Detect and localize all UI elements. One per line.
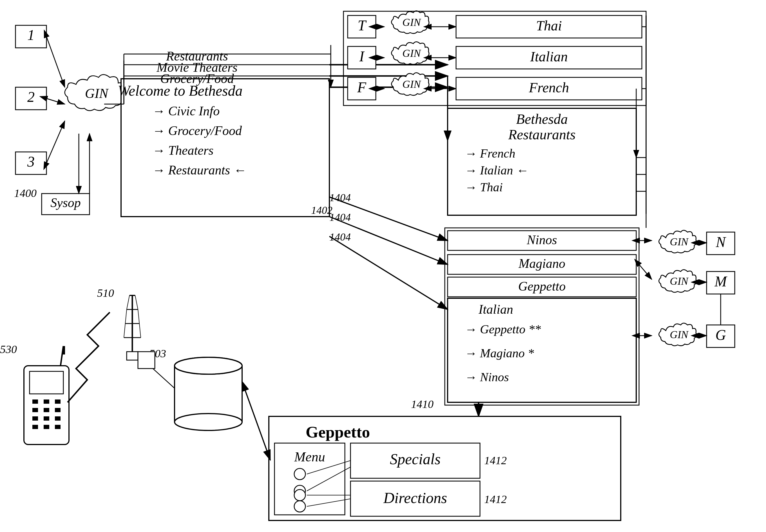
svg-point-163 — [174, 414, 242, 430]
svg-text:→ Restaurants ←: → Restaurants ← — [152, 163, 246, 177]
svg-text:→ Magiano *: → Magiano * — [465, 346, 534, 360]
svg-rect-135 — [32, 408, 38, 412]
svg-text:Geppetto: Geppetto — [306, 423, 370, 441]
svg-text:1410: 1410 — [411, 398, 434, 410]
svg-text:→ French: → French — [465, 147, 515, 160]
svg-rect-134 — [55, 399, 60, 404]
svg-text:510: 510 — [97, 287, 114, 299]
svg-rect-158 — [127, 352, 138, 360]
svg-rect-139 — [44, 416, 49, 421]
svg-text:G: G — [715, 327, 726, 343]
svg-text:F: F — [357, 79, 366, 95]
svg-text:French: French — [529, 80, 569, 95]
svg-text:2: 2 — [27, 89, 35, 105]
svg-rect-140 — [55, 416, 60, 421]
svg-text:Restaurants: Restaurants — [508, 127, 576, 142]
svg-text:→ Thai: → Thai — [465, 180, 503, 194]
svg-text:Ninos: Ninos — [527, 233, 557, 247]
svg-text:GIN: GIN — [85, 86, 109, 101]
svg-text:T: T — [358, 17, 367, 33]
svg-text:1404: 1404 — [329, 192, 351, 203]
svg-text:Italian: Italian — [478, 302, 513, 316]
svg-text:Sysop: Sysop — [50, 196, 80, 210]
svg-point-116 — [294, 468, 305, 480]
svg-text:→ Grocery/Food: → Grocery/Food — [152, 124, 242, 138]
svg-text:I: I — [359, 48, 365, 64]
svg-text:1400: 1400 — [14, 187, 37, 199]
svg-point-164 — [174, 357, 242, 374]
svg-text:Magiano: Magiano — [518, 256, 565, 271]
svg-text:Geppetto: Geppetto — [518, 279, 566, 293]
svg-rect-138 — [32, 416, 38, 421]
svg-rect-130 — [24, 366, 69, 445]
svg-text:GIN: GIN — [402, 47, 422, 59]
svg-text:GIN: GIN — [402, 16, 422, 28]
svg-text:3: 3 — [27, 154, 35, 170]
svg-text:Specials: Specials — [390, 451, 441, 468]
svg-text:GIN: GIN — [670, 329, 689, 340]
svg-text:GIN: GIN — [402, 78, 422, 90]
svg-rect-143 — [55, 425, 60, 429]
svg-text:1412: 1412 — [484, 493, 507, 506]
svg-text:→ Ninos: → Ninos — [465, 370, 509, 384]
svg-rect-132 — [32, 399, 38, 404]
svg-text:→ Italian ←: → Italian ← — [465, 163, 529, 177]
svg-text:Menu: Menu — [294, 449, 325, 464]
svg-point-119 — [294, 501, 305, 512]
svg-rect-142 — [44, 425, 49, 429]
svg-text:Bethesda: Bethesda — [516, 111, 568, 127]
svg-text:1412: 1412 — [484, 454, 507, 467]
svg-text:Grocery/Food: Grocery/Food — [160, 71, 234, 86]
svg-text:Thai: Thai — [536, 18, 562, 33]
svg-rect-136 — [44, 408, 49, 412]
svg-text:GIN: GIN — [670, 236, 689, 248]
svg-text:530: 530 — [0, 343, 17, 356]
svg-text:→ Civic Info: → Civic Info — [152, 104, 219, 118]
svg-rect-133 — [44, 399, 49, 404]
svg-rect-145 — [63, 346, 65, 354]
svg-text:→ Geppetto **: → Geppetto ** — [465, 322, 541, 336]
svg-rect-141 — [32, 425, 38, 429]
svg-text:1: 1 — [27, 27, 35, 43]
svg-rect-168 — [138, 352, 155, 369]
svg-text:1404: 1404 — [329, 231, 351, 243]
svg-text:→ Theaters: → Theaters — [152, 143, 213, 158]
svg-rect-137 — [55, 408, 60, 412]
svg-text:GIN: GIN — [670, 275, 689, 287]
svg-text:Directions: Directions — [383, 490, 447, 506]
svg-text:M: M — [714, 273, 727, 289]
svg-text:Italian: Italian — [530, 49, 568, 64]
svg-text:N: N — [716, 234, 727, 250]
svg-point-118 — [294, 490, 305, 501]
diagram-container: 1 2 3 GIN Sysop 1400 Welcome to Bethesda… — [0, 0, 766, 532]
